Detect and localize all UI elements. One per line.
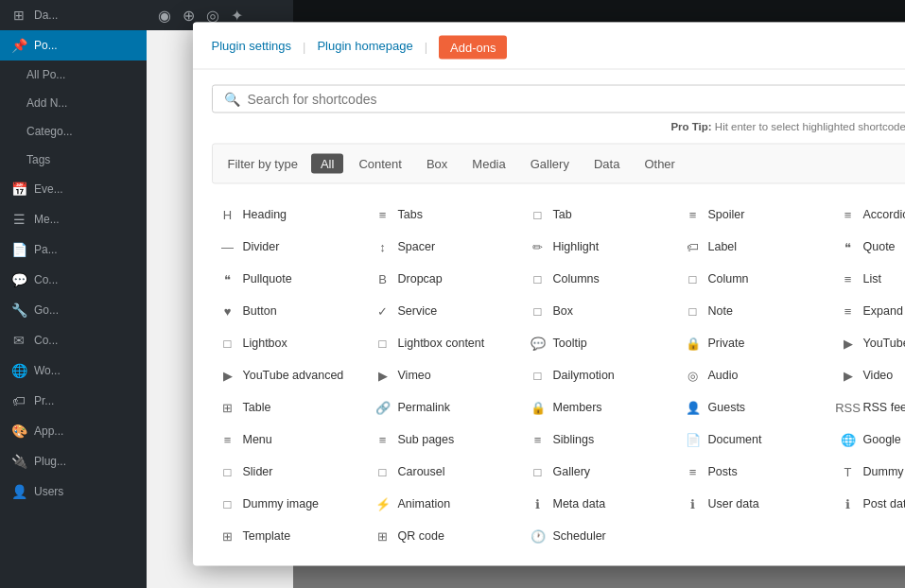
filter-content[interactable]: Content (349, 154, 411, 174)
filter-all[interactable]: All (311, 154, 343, 174)
list-item[interactable]: 🌐 Google map (832, 424, 906, 455)
list-item[interactable]: ≡ Expand (832, 296, 906, 326)
shortcodes-grid: H Heading ≡ Tabs □ Tab ≡ Spoiler ≡ Accor… (212, 199, 906, 551)
sidebar-item-plugins[interactable]: 🔌 Plug... (0, 446, 147, 476)
list-item[interactable]: ▶ YouTube (832, 328, 906, 358)
list-item[interactable]: □ Tab (522, 199, 677, 230)
shortcode-icon: ≡ (530, 431, 547, 448)
list-item[interactable]: □ Dummy image (212, 489, 367, 519)
list-item[interactable]: ♥ Button (212, 296, 367, 326)
list-item[interactable]: 🕐 Scheduler (522, 521, 677, 551)
sidebar-item-appearance[interactable]: 🎨 App... (0, 416, 147, 446)
shortcode-icon: □ (219, 463, 236, 480)
shortcode-icon: ⊞ (219, 399, 236, 416)
filter-gallery[interactable]: Gallery (521, 154, 579, 174)
list-item[interactable]: □ Lightbox content (367, 328, 522, 358)
list-item[interactable]: ≡ Sub pages (367, 424, 522, 455)
list-item[interactable]: ≡ Menu (212, 424, 367, 455)
list-item[interactable]: ⊞ Table (212, 392, 367, 423)
list-item[interactable]: 🔗 Permalink (367, 392, 522, 423)
sidebar-item-add-new[interactable]: Add N... (0, 89, 147, 117)
list-item[interactable]: □ Slider (212, 457, 367, 487)
sidebar-item-events[interactable]: 📅 Eve... (0, 174, 147, 204)
sidebar-item-contact[interactable]: ✉ Co... (0, 325, 147, 355)
list-item[interactable]: ▶ YouTube advanced (212, 360, 367, 390)
shortcode-label: Dummy text (863, 465, 906, 478)
list-item[interactable]: 📄 Document (677, 424, 832, 455)
sidebar-item-comments[interactable]: 💬 Co... (0, 265, 147, 295)
search-input[interactable] (248, 92, 906, 107)
list-item[interactable]: ℹ Post data (832, 489, 906, 519)
list-item[interactable]: □ Lightbox (212, 328, 367, 358)
filter-box[interactable]: Box (417, 154, 457, 174)
list-item[interactable]: 🔒 Private (677, 328, 832, 358)
modal-backdrop[interactable]: Plugin settings | Plugin homepage | Add-… (293, 0, 905, 588)
shortcode-label: Private (708, 337, 745, 350)
sidebar-item-categories[interactable]: Catego... (0, 117, 147, 146)
list-item[interactable]: □ Gallery (522, 457, 677, 487)
list-item[interactable]: □ Dailymotion (522, 360, 677, 390)
sidebar-item-posts[interactable]: 📌 Po... (0, 30, 147, 61)
shortcode-label: List (863, 272, 881, 285)
shortcode-label: Label (708, 240, 738, 253)
tab-plugin-settings[interactable]: Plugin settings (212, 39, 292, 66)
list-item[interactable]: — Divider (212, 232, 367, 262)
list-item[interactable]: ❝ Pullquote (212, 264, 367, 294)
shortcode-label: Table (243, 401, 271, 414)
filter-data[interactable]: Data (584, 154, 629, 174)
shortcode-label: Spacer (398, 240, 436, 253)
shortcode-label: Dropcap (398, 272, 443, 285)
sidebar-item-go[interactable]: 🔧 Go... (0, 295, 147, 325)
tab-plugin-homepage[interactable]: Plugin homepage (317, 39, 412, 66)
sidebar-item-woocommerce[interactable]: 🌐 Wo... (0, 355, 147, 386)
list-item[interactable]: ≡ Tabs (367, 199, 522, 230)
list-item[interactable]: ↕ Spacer (367, 232, 522, 262)
list-item[interactable]: ≡ Siblings (522, 424, 677, 455)
list-item[interactable]: 💬 Tooltip (522, 328, 677, 358)
sidebar-item-users[interactable]: 👤 Users (0, 476, 147, 507)
list-item[interactable]: ≡ List (832, 264, 906, 294)
list-item[interactable]: ▶ Vimeo (367, 360, 522, 390)
list-item[interactable]: B Dropcap (367, 264, 522, 294)
list-item[interactable]: 🏷 Label (677, 232, 832, 262)
list-item[interactable]: ✓ Service (367, 296, 522, 326)
sidebar-item-all-posts[interactable]: All Po... (0, 61, 147, 89)
sidebar-item-tags[interactable]: Tags (0, 146, 147, 174)
list-item[interactable]: ▶ Video (832, 360, 906, 390)
list-item[interactable]: T Dummy text (832, 457, 906, 487)
list-item[interactable]: 🔒 Members (522, 392, 677, 423)
list-item[interactable]: ⊞ Template (212, 521, 367, 551)
list-item[interactable]: ✏ Highlight (522, 232, 677, 262)
list-item[interactable]: 👤 Guests (677, 392, 832, 423)
shortcode-label: Dailymotion (553, 369, 615, 382)
list-item[interactable]: □ Column (677, 264, 832, 294)
shortcode-label: Guests (708, 401, 746, 414)
list-item[interactable]: ≡ Accordion (832, 199, 906, 230)
list-item[interactable]: □ Columns (522, 264, 677, 294)
tab-addons-button[interactable]: Add-ons (439, 36, 507, 60)
list-item[interactable]: ◎ Audio (677, 360, 832, 390)
list-item[interactable]: ⊞ QR code (367, 521, 522, 551)
list-item[interactable]: ⚡ Animation (367, 489, 522, 519)
list-item[interactable]: □ Note (677, 296, 832, 326)
sidebar-item-dashboard[interactable]: ⊞ Da... (0, 0, 147, 30)
pro-tip-label: Pro Tip: (670, 121, 711, 132)
list-item[interactable]: RSS RSS feed (832, 392, 906, 423)
list-item[interactable]: □ Box (522, 296, 677, 326)
filter-other[interactable]: Other (635, 154, 685, 174)
list-item[interactable]: □ Carousel (367, 457, 522, 487)
sidebar-item-menu[interactable]: ☰ Me... (0, 204, 147, 234)
sidebar-item-products[interactable]: 🏷 Pr... (0, 386, 147, 416)
filter-media[interactable]: Media (462, 154, 514, 174)
shortcode-icon: ♥ (219, 303, 236, 320)
sidebar-item-pages[interactable]: 📄 Pa... (0, 234, 147, 265)
list-item[interactable]: H Heading (212, 199, 367, 230)
list-item[interactable]: ℹ User data (677, 489, 832, 519)
list-item[interactable]: ≡ Posts (677, 457, 832, 487)
list-item[interactable]: ≡ Spoiler (677, 199, 832, 230)
shortcode-icon: ≡ (219, 431, 236, 448)
list-item[interactable]: ❝ Quote (832, 232, 906, 262)
shortcode-icon: □ (530, 270, 547, 287)
list-item[interactable]: ℹ Meta data (522, 489, 677, 519)
appearance-icon: 🎨 (11, 424, 26, 439)
